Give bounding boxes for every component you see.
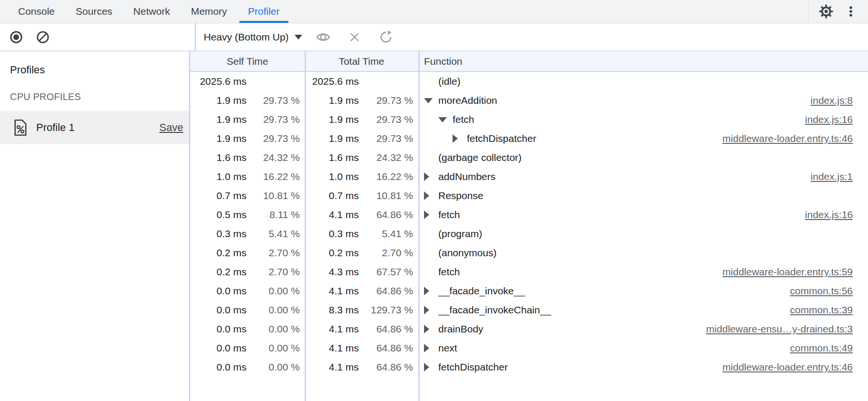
function-cell[interactable]: fetchDispatchermiddleware-loader.entry.t… <box>418 129 868 148</box>
function-cell[interactable]: fetchmiddleware-loader.entry.ts:59 <box>418 262 868 281</box>
self-time-cell[interactable]: 0.0 ms0.00 % <box>190 301 305 320</box>
total-time-cell[interactable]: 8.3 ms129.73 % <box>305 301 418 320</box>
triangle-collapsed-icon[interactable] <box>453 134 467 143</box>
table-row[interactable]: 2025.6 ms2025.6 ms(idle) <box>190 72 868 91</box>
table-row[interactable]: 1.9 ms29.73 %1.9 ms29.73 %fetchindex.js:… <box>190 110 868 129</box>
tab-memory[interactable]: Memory <box>180 0 237 23</box>
function-cell[interactable]: __facade_invokeChain__common.ts:39 <box>418 301 868 320</box>
more-options-button[interactable] <box>840 2 861 21</box>
self-time-cell[interactable]: 1.0 ms16.22 % <box>190 167 305 186</box>
exclude-function-button[interactable] <box>344 28 365 47</box>
function-cell[interactable]: drainBodymiddleware-ensu…y-drained.ts:3 <box>418 320 868 339</box>
triangle-collapsed-icon[interactable] <box>424 172 438 181</box>
function-cell[interactable]: (anonymous) <box>418 243 868 262</box>
view-mode-select[interactable]: Heavy (Bottom Up) <box>204 31 302 43</box>
self-time-cell[interactable]: 1.9 ms29.73 % <box>190 91 305 110</box>
table-row[interactable]: 0.2 ms2.70 %0.2 ms2.70 %(anonymous) <box>190 243 868 262</box>
table-row[interactable]: 1.6 ms24.32 %1.6 ms24.32 %(garbage colle… <box>190 148 868 167</box>
table-row[interactable]: 0.0 ms0.00 %4.1 ms64.86 %__facade_invoke… <box>190 281 868 301</box>
function-cell[interactable]: Response <box>418 186 868 205</box>
table-row[interactable]: 0.0 ms0.00 %4.1 ms64.86 %drainBodymiddle… <box>190 320 868 339</box>
table-row[interactable]: 0.0 ms0.00 %4.1 ms64.86 %nextcommon.ts:4… <box>190 339 868 358</box>
self-time-cell[interactable]: 0.3 ms5.41 % <box>190 224 305 243</box>
source-location-link[interactable]: common.ts:39 <box>790 304 868 316</box>
total-time-cell[interactable]: 1.9 ms29.73 % <box>305 129 418 148</box>
tab-sources[interactable]: Sources <box>65 0 123 23</box>
total-time-cell[interactable]: 4.3 ms67.57 % <box>305 262 418 281</box>
total-time-cell[interactable]: 0.3 ms5.41 % <box>305 224 418 243</box>
triangle-collapsed-icon[interactable] <box>424 287 438 295</box>
total-time-cell[interactable]: 1.9 ms29.73 % <box>305 110 418 129</box>
save-profile-link[interactable]: Save <box>159 121 183 134</box>
sidebar-item-profile-1[interactable]: Profile 1 Save <box>0 111 189 144</box>
column-header-total-time[interactable]: Total Time <box>305 51 418 71</box>
total-time-cell[interactable]: 0.2 ms2.70 % <box>305 243 418 262</box>
table-row[interactable]: 1.0 ms16.22 %1.0 ms16.22 %addNumbersinde… <box>190 167 868 186</box>
function-cell[interactable]: (program) <box>418 224 868 243</box>
column-header-self-time[interactable]: Self Time <box>190 51 305 71</box>
total-time-cell[interactable]: 1.9 ms29.73 % <box>305 91 418 110</box>
source-location-link[interactable]: index.js:1 <box>810 171 868 182</box>
source-location-link[interactable]: index.js:16 <box>805 114 868 125</box>
table-row[interactable]: 1.9 ms29.73 %1.9 ms29.73 %moreAdditionin… <box>190 91 868 110</box>
function-cell[interactable]: fetchindex.js:16 <box>418 110 868 129</box>
table-row[interactable]: 1.9 ms29.73 %1.9 ms29.73 %fetchDispatche… <box>190 129 868 148</box>
triangle-collapsed-icon[interactable] <box>424 325 438 333</box>
restore-functions-button[interactable] <box>375 28 396 47</box>
self-time-cell[interactable]: 0.5 ms8.11 % <box>190 205 305 224</box>
self-time-cell[interactable]: 2025.6 ms <box>190 72 305 91</box>
self-time-cell[interactable]: 0.0 ms0.00 % <box>190 281 305 301</box>
column-divider[interactable] <box>418 51 420 401</box>
total-time-cell[interactable]: 4.1 ms64.86 % <box>305 205 418 224</box>
clear-button[interactable] <box>32 28 53 47</box>
function-cell[interactable]: moreAdditionindex.js:8 <box>418 91 868 110</box>
total-time-cell[interactable]: 4.1 ms64.86 % <box>305 281 418 301</box>
self-time-cell[interactable]: 0.0 ms0.00 % <box>190 358 305 377</box>
function-cell[interactable]: addNumbersindex.js:1 <box>418 167 868 186</box>
total-time-cell[interactable]: 1.0 ms16.22 % <box>305 167 418 186</box>
self-time-cell[interactable]: 0.2 ms2.70 % <box>190 243 305 262</box>
self-time-cell[interactable]: 0.7 ms10.81 % <box>190 186 305 205</box>
source-location-link[interactable]: index.js:8 <box>810 95 868 106</box>
source-location-link[interactable]: common.ts:56 <box>790 285 868 297</box>
triangle-collapsed-icon[interactable] <box>424 306 438 314</box>
tab-profiler[interactable]: Profiler <box>237 0 290 23</box>
self-time-cell[interactable]: 0.0 ms0.00 % <box>190 339 305 358</box>
self-time-cell[interactable]: 1.6 ms24.32 % <box>190 148 305 167</box>
record-button[interactable] <box>6 28 27 47</box>
source-location-link[interactable]: middleware-loader.entry.ts:46 <box>722 361 868 373</box>
triangle-expanded-icon[interactable] <box>438 117 453 122</box>
table-row[interactable]: 0.7 ms10.81 %0.7 ms10.81 %Response <box>190 186 868 205</box>
self-time-cell[interactable]: 1.9 ms29.73 % <box>190 110 305 129</box>
triangle-collapsed-icon[interactable] <box>424 363 438 371</box>
focus-function-button[interactable] <box>313 28 334 47</box>
function-cell[interactable]: __facade_invoke__common.ts:56 <box>418 281 868 301</box>
total-time-cell[interactable]: 2025.6 ms <box>305 72 418 91</box>
triangle-expanded-icon[interactable] <box>424 98 438 103</box>
self-time-cell[interactable]: 1.9 ms29.73 % <box>190 129 305 148</box>
self-time-cell[interactable]: 0.0 ms0.00 % <box>190 320 305 339</box>
table-row[interactable]: 0.3 ms5.41 %0.3 ms5.41 %(program) <box>190 224 868 243</box>
total-time-cell[interactable]: 4.1 ms64.86 % <box>305 339 418 358</box>
triangle-collapsed-icon[interactable] <box>424 211 438 219</box>
triangle-collapsed-icon[interactable] <box>424 191 438 200</box>
total-time-cell[interactable]: 0.7 ms10.81 % <box>305 186 418 205</box>
source-location-link[interactable]: middleware-ensu…y-drained.ts:3 <box>706 323 868 335</box>
function-cell[interactable]: fetchDispatchermiddleware-loader.entry.t… <box>418 358 868 377</box>
total-time-cell[interactable]: 1.6 ms24.32 % <box>305 148 418 167</box>
table-row[interactable]: 0.0 ms0.00 %4.1 ms64.86 %fetchDispatcher… <box>190 358 868 377</box>
function-cell[interactable]: (idle) <box>418 72 868 91</box>
source-location-link[interactable]: middleware-loader.entry.ts:46 <box>722 133 868 144</box>
function-cell[interactable]: fetchindex.js:16 <box>418 205 868 224</box>
column-header-function[interactable]: Function <box>418 51 868 71</box>
source-location-link[interactable]: index.js:16 <box>805 209 868 221</box>
tab-console[interactable]: Console <box>8 0 65 23</box>
tab-network[interactable]: Network <box>123 0 180 23</box>
settings-button[interactable] <box>816 2 837 21</box>
function-cell[interactable]: (garbage collector) <box>418 148 868 167</box>
table-row[interactable]: 0.0 ms0.00 %8.3 ms129.73 %__facade_invok… <box>190 301 868 320</box>
table-row[interactable]: 0.5 ms8.11 %4.1 ms64.86 %fetchindex.js:1… <box>190 205 868 224</box>
table-row[interactable]: 0.2 ms2.70 %4.3 ms67.57 %fetchmiddleware… <box>190 262 868 281</box>
source-location-link[interactable]: middleware-loader.entry.ts:59 <box>722 266 868 278</box>
function-cell[interactable]: nextcommon.ts:49 <box>418 339 868 358</box>
